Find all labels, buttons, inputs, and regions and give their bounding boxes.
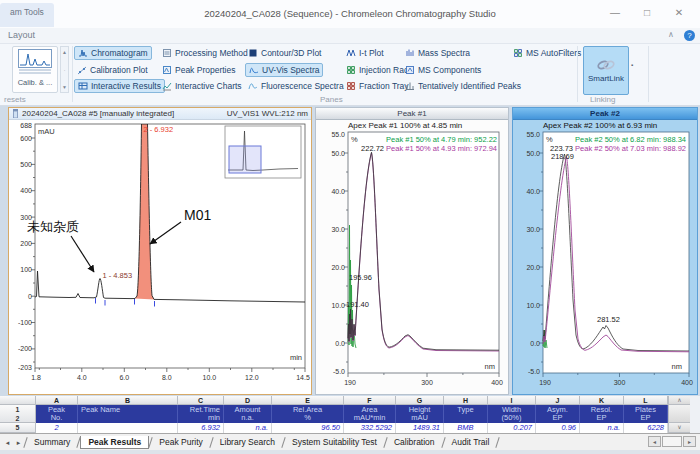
col-letter[interactable]: B [78,396,178,405]
pane-button-interactive-charts[interactable]: Interactive Charts [159,79,245,93]
smartlink-button[interactable]: SmartLink [583,46,629,95]
pane-button-label: Interactive Results [91,81,161,91]
y-axis-ticks [539,153,543,362]
ms-autofilters-icon [513,48,523,58]
cell-peak-name[interactable] [78,423,178,433]
maximize-button[interactable]: □ [636,4,658,22]
col-letter[interactable]: D [224,396,272,405]
close-button[interactable]: ✕ [668,4,690,22]
header-resol[interactable]: Resol.EP [580,405,624,423]
header-height[interactable]: HeightmAU [396,405,444,423]
header-type[interactable]: Type [444,405,488,423]
pane-button-peak-properties[interactable]: Peak Properties [159,63,238,77]
cell-area[interactable]: 332.5292 [344,423,396,433]
corner-cell[interactable] [0,396,36,405]
collapse-ribbon-icon[interactable]: ∧ [668,30,674,39]
scrollbar-track[interactable] [662,436,682,447]
row-numbers-header[interactable]: 12 [0,405,36,423]
svg-text:30.0: 30.0 [331,226,345,233]
header-rel-area[interactable]: Rel.Area% [272,405,344,423]
pane-button-chromatogram[interactable]: Chromatogram [74,46,152,60]
preset-spinner[interactable]: ▲ · ▼ [60,46,69,93]
chromatogram-panel[interactable]: 20240204_CA028 #5 [manually integrated] … [8,107,312,395]
cell-ret-time[interactable]: 6.932 [178,423,224,433]
pane-button-calibration-plot[interactable]: Calibration Plot [74,63,151,77]
pane-button-fluorescence-spectra[interactable]: Fluorescence Spectra [245,79,347,93]
col-letter[interactable]: C [178,396,224,405]
chromatogram-plot[interactable]: 688 600 500 400 300 200 100 0 -100 -200 … [9,120,311,394]
cell-peak-no[interactable]: 2 [36,423,78,433]
table-scroll-track[interactable] [668,405,690,423]
chromatogram-icon [78,48,88,58]
pane-button-tentatively-identified-peaks[interactable]: Tentatively Identified Peaks [402,79,524,93]
pane-button-processing-method[interactable]: Processing Method [159,46,251,60]
preset-button-calibration[interactable]: Calib. & ... [12,46,58,93]
peak1-panel-header[interactable]: Peak #1 [316,108,508,120]
table-scroll-down-icon[interactable]: ∨ [668,423,690,433]
pane-button-uv-vis-spectra[interactable]: UV-Vis Spectra [245,63,323,77]
tab-calibration[interactable]: Calibration [387,436,442,448]
cell-plates[interactable]: 6228 [624,423,668,433]
pane-button-interactive-results[interactable]: Interactive Results [74,79,165,93]
peak2-panel-header[interactable]: Peak #2 [513,108,697,120]
overview-inset[interactable] [225,126,301,178]
col-letter[interactable]: E [272,396,344,405]
help-icon[interactable]: ? [684,30,695,41]
header-width-50[interactable]: Width (50%)min [488,405,536,423]
col-letter[interactable]: K [580,396,624,405]
cell-height[interactable]: 1489.31 [396,423,444,433]
tab-system-suitability-test[interactable]: System Suitability Test [285,436,384,448]
pane-button-label: UV-Vis Spectra [262,65,319,75]
cell-type[interactable]: BMB [444,423,488,433]
tab-prev-icon[interactable]: ◂ [2,437,13,448]
col-letter[interactable]: H [444,396,488,405]
peak-results-table[interactable]: A B C D E F G H I J K L ∧ 12 PeakNo. Pea… [0,396,690,434]
pane-button-ms-components[interactable]: MS Components [402,63,484,77]
spinner-down-icon[interactable]: ▼ [62,84,67,90]
col-letter[interactable]: G [396,396,444,405]
col-letter[interactable]: J [536,396,580,405]
horizontal-scrollbar[interactable]: ◂ ▸ [648,436,696,447]
cell-amount[interactable]: n.a. [224,423,272,433]
menu-layout[interactable]: Layout [8,30,35,40]
col-letter[interactable]: F [344,396,396,405]
pane-button-contour-3d-plot[interactable]: Contour/3D Plot [245,46,324,60]
pane-button-mass-spectra[interactable]: Mass Spectra [402,46,473,60]
inset-zoom-region[interactable] [229,146,261,173]
header-peak-no[interactable]: PeakNo. [36,405,78,423]
pane-button-it-plot[interactable]: I-t Plot [343,46,387,60]
row-number[interactable]: 5 [0,423,36,433]
scrollbar-left-icon[interactable]: ◂ [648,436,661,447]
cell-rel-area[interactable]: 96.50 [272,423,344,433]
header-amount[interactable]: Amountn.a. [224,405,272,423]
header-plates[interactable]: PlatesEP [624,405,668,423]
cell-width-50[interactable]: 0.207 [488,423,536,433]
tab-next-icon[interactable]: ▸ [13,437,24,448]
smartlink-dropdown-icon[interactable]: ▪ [631,62,633,68]
tab-audit-trail[interactable]: Audit Trail [445,436,497,448]
peak1-spectrum-plot[interactable]: Apex Peak #1 100% at 4.85 min 55.0 50.0 … [316,120,508,394]
spinner-up-icon[interactable]: ▲ [62,49,67,55]
scrollbar-right-icon[interactable]: ▸ [683,436,696,447]
pane-button-label: MS Components [418,65,481,75]
col-letter[interactable]: L [624,396,668,405]
header-asym[interactable]: Asym.EP [536,405,580,423]
cell-resol[interactable]: n.a. [580,423,624,433]
header-peak-name[interactable]: Peak Name [78,405,178,423]
tab-summary[interactable]: Summary [27,436,77,448]
tab-peak-results[interactable]: Peak Results [80,436,149,449]
tab-peak-purity[interactable]: Peak Purity [152,436,209,448]
col-letter[interactable]: A [36,396,78,405]
peak2-spectrum-plot[interactable]: Apex Peak #2 100% at 6.93 min 55.0 50.0 … [513,120,697,394]
peak1-panel[interactable]: Peak #1 Apex Peak #1 100% at 4.85 min 55… [315,107,509,395]
header-ret-time[interactable]: Ret.Timemin [178,405,224,423]
minimize-button[interactable]: — [604,4,626,22]
tab-library-search[interactable]: Library Search [213,436,282,448]
peak2-panel[interactable]: Peak #2 Apex Peak #2 100% at 6.93 min 55… [512,107,698,395]
header-area[interactable]: AreamAU*min [344,405,396,423]
table-scroll-up-icon[interactable]: ∧ [668,396,690,405]
cell-asym[interactable]: 0.96 [536,423,580,433]
pane-button-ms-autofilters[interactable]: MS AutoFilters [510,46,584,60]
col-letter[interactable]: I [488,396,536,405]
peak2-label-281: 281.52 [597,315,620,324]
